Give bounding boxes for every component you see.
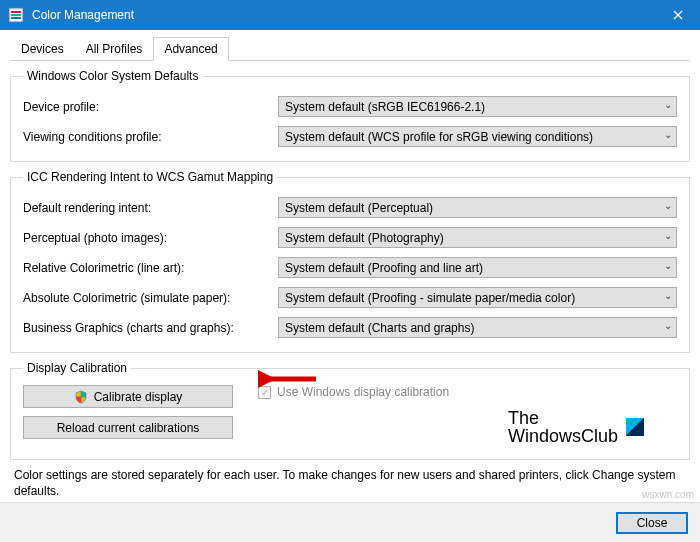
svg-rect-1 [11,11,21,13]
tab-strip: Devices All Profiles Advanced [10,36,690,61]
business-graphics-label: Business Graphics (charts and graphs): [23,321,278,335]
perceptual-select[interactable]: System default (Photography) ⌄ [278,227,677,248]
device-profile-label: Device profile: [23,100,278,114]
dialog-footer: Close [0,502,700,542]
corner-watermark: wsxwn.com [642,489,694,500]
select-value: System default (Proofing - simulate pape… [285,291,575,305]
shield-icon [74,390,88,404]
relative-colorimetric-label: Relative Colorimetric (line art): [23,261,278,275]
chevron-down-icon: ⌄ [664,260,672,271]
absolute-colorimetric-label: Absolute Colorimetric (simulate paper): [23,291,278,305]
viewing-conditions-select[interactable]: System default (WCS profile for sRGB vie… [278,126,677,147]
tab-all-profiles[interactable]: All Profiles [75,37,154,61]
chevron-down-icon: ⌄ [664,200,672,211]
footer-note: Color settings are stored separately for… [14,468,690,499]
watermark-line2: WindowsClub [508,427,618,445]
group-legend: Display Calibration [23,361,131,375]
window-title: Color Management [32,8,134,22]
watermark-line1: The [508,409,618,427]
group-legend: Windows Color System Defaults [23,69,202,83]
close-button[interactable]: Close [616,512,688,534]
calibrate-display-button[interactable]: Calibrate display [23,385,233,408]
default-rendering-intent-label: Default rendering intent: [23,201,278,215]
window-close-button[interactable] [655,0,700,30]
absolute-colorimetric-select[interactable]: System default (Proofing - simulate pape… [278,287,677,308]
select-value: System default (Photography) [285,231,444,245]
group-display-calibration: Display Calibration Calibrate display Re… [10,361,690,460]
group-windows-color-defaults: Windows Color System Defaults Device pro… [10,69,690,162]
watermark-logo: The WindowsClub [508,409,677,445]
viewing-conditions-label: Viewing conditions profile: [23,130,278,144]
tab-devices[interactable]: Devices [10,37,75,61]
reload-calibrations-button[interactable]: Reload current calibrations [23,416,233,439]
chevron-down-icon: ⌄ [664,129,672,140]
chevron-down-icon: ⌄ [664,230,672,241]
perceptual-label: Perceptual (photo images): [23,231,278,245]
checkbox-icon: ✓ [258,386,271,399]
chevron-down-icon: ⌄ [664,320,672,331]
button-label: Calibrate display [94,390,183,404]
chevron-down-icon: ⌄ [664,99,672,110]
group-icc-rendering: ICC Rendering Intent to WCS Gamut Mappin… [10,170,690,353]
select-value: System default (Charts and graphs) [285,321,474,335]
svg-rect-3 [11,17,21,19]
select-value: System default (Proofing and line art) [285,261,483,275]
use-windows-calibration-checkbox: ✓ Use Windows display calibration [258,385,677,399]
device-profile-select[interactable]: System default (sRGB IEC61966-2.1) ⌄ [278,96,677,117]
dialog-content: Devices All Profiles Advanced Windows Co… [0,30,700,526]
default-rendering-intent-select[interactable]: System default (Perceptual) ⌄ [278,197,677,218]
select-value: System default (WCS profile for sRGB vie… [285,130,593,144]
checkbox-label: Use Windows display calibration [277,385,449,399]
relative-colorimetric-select[interactable]: System default (Proofing and line art) ⌄ [278,257,677,278]
svg-rect-2 [11,14,21,16]
watermark-square-icon [626,418,644,436]
title-bar: Color Management [0,0,700,30]
group-legend: ICC Rendering Intent to WCS Gamut Mappin… [23,170,277,184]
select-value: System default (sRGB IEC61966-2.1) [285,100,485,114]
tab-advanced[interactable]: Advanced [153,37,228,61]
business-graphics-select[interactable]: System default (Charts and graphs) ⌄ [278,317,677,338]
select-value: System default (Perceptual) [285,201,433,215]
chevron-down-icon: ⌄ [664,290,672,301]
button-label: Reload current calibrations [57,421,200,435]
app-icon [8,7,24,23]
